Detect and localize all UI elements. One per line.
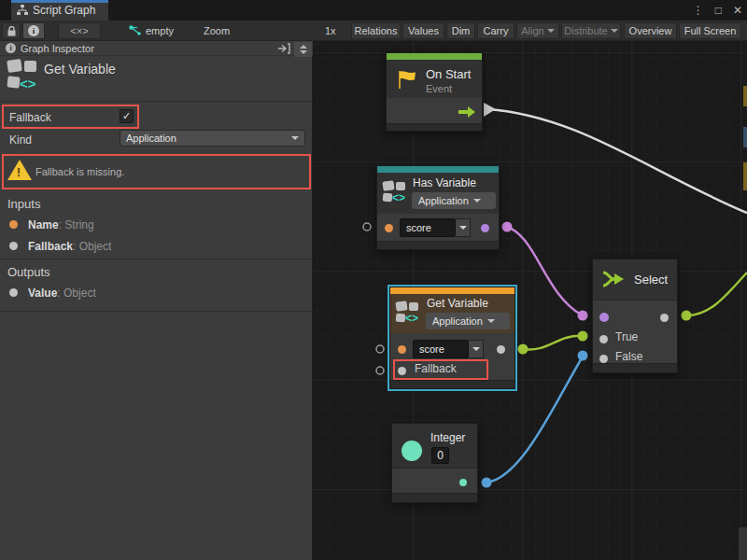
flag-icon <box>395 68 419 91</box>
wire-getvariable-to-true[interactable] <box>523 336 583 350</box>
window-menu-icon[interactable]: ⋮ <box>690 4 707 17</box>
tab-bar: Script Graph ⋮ □ ✕ <box>0 0 747 21</box>
inspector-toggle-button[interactable]: i <box>22 22 45 39</box>
false-input-port[interactable] <box>599 355 608 363</box>
tab-accent <box>11 0 108 3</box>
input-row-fallback: Fallback: Object <box>28 240 111 253</box>
clipped-node-edge <box>743 127 747 147</box>
dock-panel-icon[interactable] <box>277 43 290 54</box>
node-select[interactable]: Select True False <box>592 259 678 373</box>
inputs-section-title: Inputs <box>7 197 40 211</box>
unity-script-graph-window: Script Graph ⋮ □ ✕ i <×> <box>0 0 747 560</box>
node-title: Has Variable <box>413 176 476 189</box>
select-icon <box>601 269 626 289</box>
zoom-value: 1x <box>325 22 336 39</box>
name-input-port[interactable] <box>385 224 393 232</box>
variable-picker-button[interactable] <box>469 340 484 358</box>
graph-canvas[interactable]: On Start Event <box>313 41 747 560</box>
tab-script-graph[interactable]: Script Graph <box>11 0 108 21</box>
node-integer[interactable]: Integer 0 <box>391 423 478 503</box>
values-button[interactable]: Values <box>402 22 444 39</box>
node-get-variable[interactable]: <> Get Variable Application score <box>389 287 515 389</box>
clipped-node-edge <box>743 86 747 106</box>
distribute-button[interactable]: Distribute <box>561 22 621 39</box>
port-dot-orange <box>9 220 18 229</box>
variable-picker-button[interactable] <box>456 218 471 237</box>
node-title: Select <box>634 273 668 287</box>
warning-exclamation: ! <box>17 166 21 179</box>
true-input-port[interactable] <box>599 335 608 343</box>
fallback-port-highlight-box <box>393 359 488 380</box>
wire-onstart-out[interactable] <box>487 109 747 213</box>
spinner-up-icon <box>300 45 307 49</box>
variable-name-field[interactable]: score <box>400 218 471 237</box>
overview-button[interactable]: Overview <box>624 22 677 39</box>
clipped-node-edge <box>743 162 747 190</box>
connector-dot-blue[interactable] <box>482 478 492 488</box>
node-has-variable[interactable]: <> Has Variable Application score <box>376 165 500 250</box>
chevron-down-icon <box>473 199 481 203</box>
flow-output-port[interactable] <box>458 105 476 119</box>
variable-kind-dropdown[interactable]: Application <box>426 313 510 329</box>
chevron-down-icon <box>487 319 495 323</box>
inspector-spinner[interactable] <box>294 42 312 57</box>
align-button[interactable]: Align <box>516 22 559 39</box>
outputs-section-title: Outputs <box>7 265 50 279</box>
code-preview-button[interactable]: <×> <box>58 22 101 39</box>
integer-value-field[interactable]: 0 <box>431 447 449 464</box>
node-subtitle: Event <box>426 83 452 94</box>
graph-ref-label: empty <box>146 25 174 36</box>
unconnected-ring[interactable] <box>376 345 384 353</box>
dim-button[interactable]: Dim <box>446 22 475 39</box>
chevron-down-icon <box>547 29 555 33</box>
port-dot-gray <box>9 242 18 250</box>
script-graph-icon <box>17 5 28 16</box>
integer-output-port[interactable] <box>459 479 467 486</box>
graph-reference[interactable]: empty <box>129 22 174 39</box>
warning-text: Fallback is missing. <box>35 166 124 177</box>
chevron-down-icon <box>291 136 299 140</box>
graph-inspector-header: i Graph Inspector <box>0 41 313 56</box>
connector-dot-green[interactable] <box>682 311 692 321</box>
variable-strip <box>377 166 499 173</box>
clipped-panel-corner <box>739 527 747 560</box>
lock-icon <box>7 26 16 36</box>
value-output-port[interactable] <box>497 345 505 354</box>
lock-button[interactable] <box>2 22 21 39</box>
spinner-down-icon <box>300 50 307 54</box>
node-title: Integer <box>430 431 465 444</box>
connector-dot-purple[interactable] <box>578 311 588 321</box>
unconnected-ring[interactable] <box>376 367 384 374</box>
carry-button[interactable]: Carry <box>477 22 514 39</box>
chevron-down-icon <box>611 29 618 33</box>
info-icon: i <box>6 43 16 53</box>
maximize-icon[interactable]: □ <box>712 4 725 17</box>
connector-dot-green[interactable] <box>578 331 588 342</box>
connector-dot-green[interactable] <box>518 344 529 355</box>
port-dot-gray <box>9 288 18 297</box>
close-icon[interactable]: ✕ <box>730 4 745 17</box>
variable-icon: <> <box>383 180 409 206</box>
event-strip <box>387 53 482 60</box>
variable-icon: <> <box>396 301 422 327</box>
relations-button[interactable]: Relations <box>351 22 401 39</box>
node-on-start[interactable]: On Start Event <box>386 52 483 132</box>
selection-output-port[interactable] <box>660 314 669 322</box>
tab-label: Script Graph <box>33 4 95 17</box>
integer-icon <box>402 441 422 461</box>
name-input-port[interactable] <box>398 345 406 354</box>
fullscreen-button[interactable]: Full Screen <box>679 22 741 39</box>
variable-kind-dropdown[interactable]: Application <box>412 192 496 209</box>
false-port-label: False <box>615 350 642 363</box>
condition-input-port[interactable] <box>599 313 609 322</box>
wire-hasvariable-to-select[interactable] <box>507 227 583 315</box>
connector-dot-purple[interactable] <box>502 222 513 232</box>
kind-field-label: Kind <box>9 133 32 147</box>
kind-dropdown[interactable]: Application <box>120 130 305 147</box>
graph-inspector-panel: i Graph Inspector <> Get Variable <box>0 41 313 560</box>
connector-dot-blue[interactable] <box>578 351 588 361</box>
unconnected-ring[interactable] <box>363 223 371 231</box>
variable-name-field[interactable]: score <box>413 340 484 358</box>
wire-select-out[interactable] <box>686 273 747 315</box>
result-output-port[interactable] <box>481 224 489 232</box>
